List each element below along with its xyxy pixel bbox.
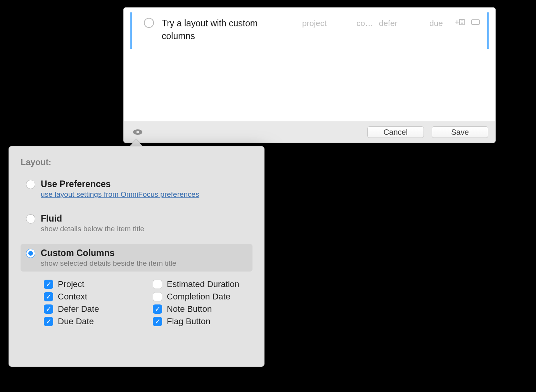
window-footer: Cancel Save	[124, 121, 495, 143]
checkbox-label: Defer Date	[58, 304, 99, 314]
layout-option-custom-columns[interactable]: Custom Columns show selected details bes…	[21, 244, 252, 272]
column-defer[interactable]: defer	[379, 19, 429, 28]
checkbox-note-button[interactable]: ✓ Note Button	[153, 304, 252, 314]
selection-indicator-right	[487, 12, 489, 49]
layout-option-desc: show details below the item title	[41, 225, 144, 233]
check-icon	[153, 280, 162, 289]
column-project[interactable]: project	[302, 19, 356, 28]
popover-arrow	[130, 139, 143, 146]
layout-option-title: Custom Columns	[41, 248, 176, 258]
cancel-button[interactable]: Cancel	[367, 126, 424, 138]
check-icon: ✓	[44, 317, 53, 326]
checkbox-label: Due Date	[58, 316, 94, 327]
checkbox-completion-date[interactable]: Completion Date	[153, 292, 252, 302]
check-icon: ✓	[44, 280, 53, 289]
task-complete-checkbox[interactable]	[144, 18, 154, 28]
selection-indicator-left	[130, 12, 132, 49]
add-note-icon[interactable]: +	[455, 19, 465, 26]
columns-left: ✓ Project ✓ Context ✓ Defer Date ✓ Due D…	[44, 277, 144, 329]
use-preferences-link[interactable]: use layout settings from OmniFocus prefe…	[41, 190, 199, 199]
column-context[interactable]: co…	[356, 19, 379, 28]
checkbox-label: Note Button	[167, 304, 212, 314]
layout-option-fluid[interactable]: Fluid show details below the item title	[21, 210, 252, 237]
check-icon: ✓	[153, 317, 162, 326]
checkbox-context[interactable]: ✓ Context	[44, 292, 144, 302]
checkbox-due-date[interactable]: ✓ Due Date	[44, 316, 144, 327]
svg-text:+: +	[455, 19, 459, 26]
check-icon: ✓	[44, 292, 53, 301]
check-icon	[153, 292, 162, 301]
checkbox-label: Context	[58, 292, 87, 302]
task-window: Try a layout with custom columns project…	[123, 7, 496, 143]
task-row[interactable]: Try a layout with custom columns project…	[130, 12, 489, 49]
checkbox-label: Flag Button	[167, 316, 211, 327]
checkbox-project[interactable]: ✓ Project	[44, 279, 144, 289]
columns-right: Estimated Duration Completion Date ✓ Not…	[153, 277, 252, 329]
view-options-button[interactable]	[132, 127, 143, 138]
radio-use-preferences[interactable]	[26, 180, 35, 189]
check-icon: ✓	[153, 304, 162, 314]
save-button[interactable]: Save	[432, 126, 488, 138]
radio-fluid[interactable]	[26, 214, 35, 224]
checkbox-label: Estimated Duration	[167, 279, 239, 289]
layout-option-desc: show selected details beside the item ti…	[41, 259, 176, 268]
layout-option-title: Fluid	[41, 213, 144, 224]
layout-section-label: Layout:	[21, 157, 252, 167]
flag-icon[interactable]	[471, 19, 481, 26]
checkbox-flag-button[interactable]: ✓ Flag Button	[153, 316, 252, 327]
checkbox-label: Completion Date	[167, 292, 230, 302]
checkbox-label: Project	[58, 279, 84, 289]
radio-custom-columns[interactable]	[26, 249, 35, 258]
layout-popover: Layout: Use Preferences use layout setti…	[9, 146, 265, 367]
layout-option-use-preferences[interactable]: Use Preferences use layout settings from…	[21, 175, 252, 203]
checkbox-defer-date[interactable]: ✓ Defer Date	[44, 304, 144, 314]
task-title[interactable]: Try a layout with custom columns	[162, 12, 266, 43]
svg-point-7	[137, 131, 139, 133]
custom-columns-checkboxes: ✓ Project ✓ Context ✓ Defer Date ✓ Due D…	[21, 275, 252, 329]
check-icon: ✓	[44, 304, 53, 314]
checkbox-estimated-duration[interactable]: Estimated Duration	[153, 279, 252, 289]
layout-option-title: Use Preferences	[41, 179, 199, 189]
svg-rect-5	[472, 20, 479, 24]
task-list: Try a layout with custom columns project…	[124, 8, 495, 121]
